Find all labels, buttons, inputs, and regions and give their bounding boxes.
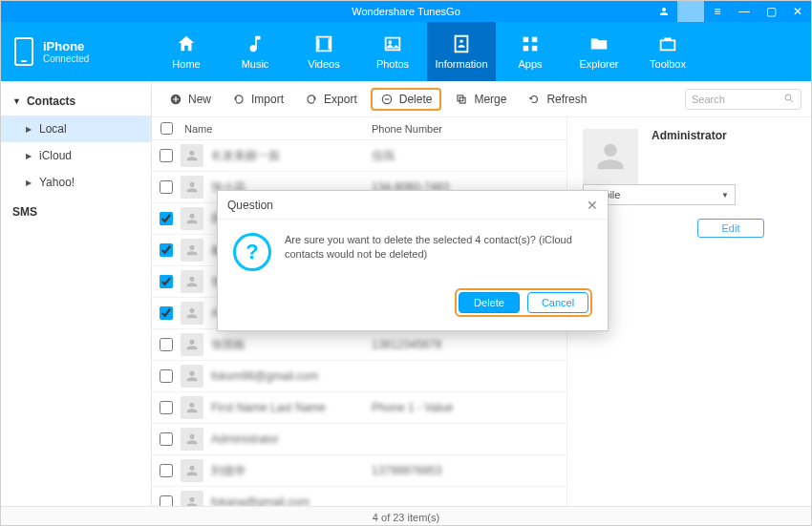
avatar-icon xyxy=(181,239,203,262)
export-button[interactable]: Export xyxy=(297,89,365,110)
nav-photos[interactable]: Photos xyxy=(358,22,427,81)
device-status: Connected xyxy=(43,53,89,64)
user-menu-icon[interactable] xyxy=(651,1,677,22)
sidebar-item-local[interactable]: ▶Local xyxy=(1,116,151,142)
minimize-button[interactable]: — xyxy=(731,1,758,22)
confirm-dialog: Question ✕ ? Are sure you want to delete… xyxy=(217,190,609,331)
avatar-icon xyxy=(181,428,203,451)
avatar-icon xyxy=(181,176,203,199)
col-phone[interactable]: Phone Number xyxy=(372,123,566,135)
avatar-icon xyxy=(181,333,203,356)
table-row[interactable]: fokana@gmail.com xyxy=(152,487,566,506)
row-checkbox[interactable] xyxy=(160,369,173,383)
select-all-checkbox[interactable] xyxy=(160,122,173,135)
row-checkbox[interactable] xyxy=(160,432,173,446)
row-checkbox[interactable] xyxy=(160,243,173,257)
row-phone: 13798976853 xyxy=(372,464,566,477)
avatar-icon xyxy=(181,144,203,167)
svg-rect-2 xyxy=(524,37,529,43)
nav-home[interactable]: Home xyxy=(152,22,221,81)
row-checkbox[interactable] xyxy=(160,180,173,194)
delete-button[interactable]: Delete xyxy=(371,88,442,111)
row-name: fokana@gmail.com xyxy=(211,495,372,506)
dialog-close-icon[interactable]: ✕ xyxy=(587,198,598,213)
import-button[interactable]: Import xyxy=(224,89,291,110)
dialog-button-group: Delete Cancel xyxy=(455,288,592,317)
nav-music[interactable]: Music xyxy=(221,22,289,81)
nav-toolbox[interactable]: Toolbox xyxy=(633,22,702,81)
dialog-title: Question xyxy=(227,199,273,212)
table-row[interactable]: 长发美丽一面信我 xyxy=(152,140,566,172)
avatar-icon xyxy=(181,302,203,325)
row-name: 长发美丽一面 xyxy=(211,148,372,164)
svg-rect-4 xyxy=(524,46,529,52)
sidebar-item-yahoo[interactable]: ▶Yahoo! xyxy=(1,169,151,196)
table-row[interactable]: First Name Last NamePhone 1 - Value xyxy=(152,392,566,424)
sidebar-group-sms[interactable]: SMS xyxy=(1,196,151,228)
row-name: 张国栋 xyxy=(211,337,372,353)
table-row[interactable]: foksm96@gmail.com xyxy=(152,361,566,392)
row-checkbox[interactable] xyxy=(160,149,173,162)
table-row[interactable]: Administrator xyxy=(152,424,566,455)
row-checkbox[interactable] xyxy=(160,464,173,477)
search-icon xyxy=(783,93,795,106)
row-phone: 信我 xyxy=(372,148,566,164)
triangle-icon: ▶ xyxy=(26,152,33,160)
window-controls: ≡ — ▢ ✕ xyxy=(651,1,811,22)
row-checkbox[interactable] xyxy=(160,275,173,288)
status-bar: 4 of 23 item(s) xyxy=(1,506,811,526)
avatar xyxy=(583,129,638,184)
avatar-icon xyxy=(181,491,203,506)
row-name: foksm96@gmail.com xyxy=(211,369,372,383)
row-phone: Phone 1 - Value xyxy=(372,401,566,414)
sidebar-group-contacts[interactable]: ▼Contacts xyxy=(1,87,151,116)
svg-point-1 xyxy=(459,39,463,43)
sidebar: ▼Contacts ▶Local ▶iCloud ▶Yahoo! SMS xyxy=(1,81,152,506)
separator xyxy=(677,1,704,22)
device-name: iPhone xyxy=(43,39,89,53)
question-icon: ? xyxy=(233,233,271,271)
dialog-message: Are sure you want to delete the selected… xyxy=(285,233,592,271)
dialog-cancel-button[interactable]: Cancel xyxy=(527,292,588,313)
menu-icon[interactable]: ≡ xyxy=(704,1,731,22)
title-bar: Wondershare TunesGo ≡ — ▢ ✕ xyxy=(1,1,811,22)
device-box[interactable]: iPhone Connected xyxy=(1,22,152,81)
nav-information[interactable]: Information xyxy=(427,22,496,81)
row-checkbox[interactable] xyxy=(160,401,173,414)
chevron-down-icon: ▼ xyxy=(721,191,729,200)
dialog-delete-button[interactable]: Delete xyxy=(459,292,520,313)
avatar-icon xyxy=(181,396,203,419)
nav-explorer[interactable]: Explorer xyxy=(565,22,633,81)
new-button[interactable]: New xyxy=(161,89,219,110)
sidebar-item-icloud[interactable]: ▶iCloud xyxy=(1,142,151,169)
row-name: Administrator xyxy=(211,432,372,446)
col-name[interactable]: Name xyxy=(181,123,372,135)
edit-button[interactable]: Edit xyxy=(697,219,764,238)
nav-videos[interactable]: Videos xyxy=(289,22,358,81)
table-row[interactable]: 张国栋13812345678 xyxy=(152,329,566,361)
row-checkbox[interactable] xyxy=(160,306,173,320)
row-checkbox[interactable] xyxy=(160,338,173,351)
maximize-button[interactable]: ▢ xyxy=(758,1,784,22)
status-text: 4 of 23 item(s) xyxy=(373,512,439,523)
caret-down-icon: ▼ xyxy=(12,96,21,106)
refresh-button[interactable]: Refresh xyxy=(520,89,594,110)
table-row[interactable]: 刘德华13798976853 xyxy=(152,455,566,487)
avatar-icon xyxy=(181,459,203,482)
svg-rect-5 xyxy=(532,46,538,52)
nav-items: Home Music Videos Photos Information App… xyxy=(152,22,811,81)
toolbar: New Import Export Delete Merge Refresh S… xyxy=(152,81,811,117)
close-button[interactable]: ✕ xyxy=(784,1,811,22)
triangle-icon: ▶ xyxy=(26,179,33,187)
row-checkbox[interactable] xyxy=(160,212,173,225)
search-input[interactable]: Search xyxy=(685,89,801,110)
row-phone: 13812345678 xyxy=(372,338,566,351)
home-label: ome xyxy=(583,261,796,274)
svg-point-0 xyxy=(388,40,392,44)
row-checkbox[interactable] xyxy=(160,495,173,506)
merge-button[interactable]: Merge xyxy=(447,89,514,110)
svg-rect-3 xyxy=(532,37,538,43)
top-nav: iPhone Connected Home Music Videos Photo… xyxy=(1,22,811,81)
row-name: First Name Last Name xyxy=(211,401,372,414)
nav-apps[interactable]: Apps xyxy=(496,22,565,81)
